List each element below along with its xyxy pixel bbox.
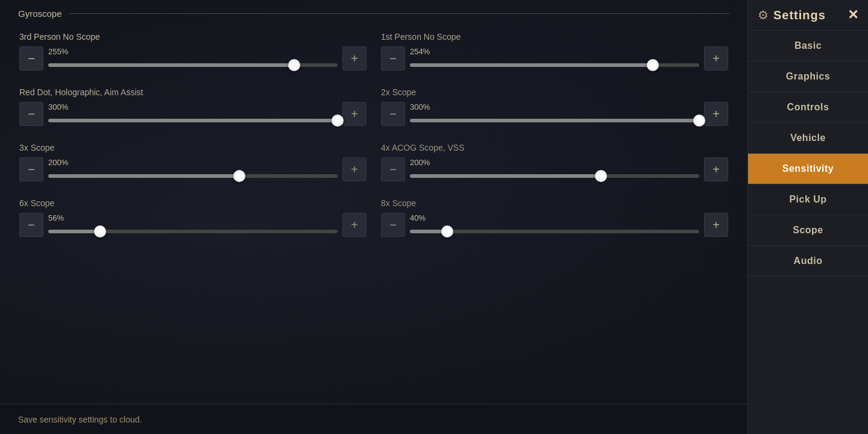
plus-btn-8x-scope[interactable]: + xyxy=(704,213,728,237)
slider-wrapper-3rd-person-no-scope: 255% xyxy=(48,47,338,71)
setting-2x-scope: 2x Scope−300%+ xyxy=(374,79,735,134)
label-2x-scope: 2x Scope xyxy=(381,87,728,97)
sidebar-item-vehicle[interactable]: Vehicle xyxy=(748,123,868,154)
slider-track-container-2x-scope[interactable] xyxy=(410,115,699,126)
slider-wrapper-red-dot: 300% xyxy=(48,102,338,126)
slider-control-6x-scope: −56%+ xyxy=(19,213,366,237)
minus-btn-2x-scope[interactable]: − xyxy=(381,102,405,126)
minus-btn-4x-acog[interactable]: − xyxy=(381,157,405,181)
slider-thumb-3x-scope[interactable] xyxy=(233,170,245,182)
slider-thumb-1st-person-no-scope[interactable] xyxy=(647,59,659,71)
slider-wrapper-6x-scope: 56% xyxy=(48,213,338,237)
setting-1st-person-no-scope: 1st Person No Scope−254%+ xyxy=(374,24,735,79)
slider-track-container-red-dot[interactable] xyxy=(48,115,338,126)
slider-track-container-8x-scope[interactable] xyxy=(410,226,699,237)
slider-track-8x-scope xyxy=(410,230,699,233)
plus-btn-4x-acog[interactable]: + xyxy=(704,157,728,181)
slider-track-container-1st-person-no-scope[interactable] xyxy=(410,60,699,71)
sidebar-item-basic[interactable]: Basic xyxy=(748,31,868,61)
slider-thumb-4x-acog[interactable] xyxy=(595,170,607,182)
sidebar-item-scope[interactable]: Scope xyxy=(748,215,868,246)
section-label: Gyroscope xyxy=(18,8,62,19)
slider-wrapper-3x-scope: 200% xyxy=(48,158,338,181)
slider-thumb-2x-scope[interactable] xyxy=(693,115,705,127)
slider-value-4x-acog: 200% xyxy=(410,158,699,167)
setting-red-dot: Red Dot, Holographic, Aim Assist−300%+ xyxy=(12,79,374,134)
slider-track-container-3x-scope[interactable] xyxy=(48,171,338,181)
slider-value-6x-scope: 56% xyxy=(48,213,338,222)
plus-btn-3x-scope[interactable]: + xyxy=(342,157,366,181)
slider-wrapper-4x-acog: 200% xyxy=(410,158,699,181)
plus-btn-1st-person-no-scope[interactable]: + xyxy=(704,46,728,71)
slider-thumb-8x-scope[interactable] xyxy=(441,225,453,237)
slider-track-1st-person-no-scope xyxy=(410,63,699,67)
slider-control-red-dot: −300%+ xyxy=(19,102,366,126)
slider-track-6x-scope xyxy=(48,230,338,233)
sidebar: ⚙ Settings ✕ BasicGraphicsControlsVehicl… xyxy=(747,0,868,434)
slider-wrapper-1st-person-no-scope: 254% xyxy=(410,47,699,71)
label-red-dot: Red Dot, Holographic, Aim Assist xyxy=(19,87,366,97)
label-4x-acog: 4x ACOG Scope, VSS xyxy=(381,143,728,153)
minus-btn-red-dot[interactable]: − xyxy=(19,102,43,126)
main-content: Gyroscope 3rd Person No Scope−255%+1st P… xyxy=(0,0,747,434)
close-icon[interactable]: ✕ xyxy=(848,7,858,23)
slider-wrapper-8x-scope: 40% xyxy=(410,213,699,237)
section-divider xyxy=(69,13,729,14)
slider-control-3rd-person-no-scope: −255%+ xyxy=(19,46,366,71)
settings-grid: 3rd Person No Scope−255%+1st Person No S… xyxy=(0,24,747,245)
setting-4x-acog: 4x ACOG Scope, VSS−200%+ xyxy=(374,134,735,190)
label-8x-scope: 8x Scope xyxy=(381,198,728,208)
slider-track-container-3rd-person-no-scope[interactable] xyxy=(48,60,338,71)
sidebar-title-area: ⚙ Settings xyxy=(758,8,826,22)
plus-btn-red-dot[interactable]: + xyxy=(342,102,366,126)
plus-btn-2x-scope[interactable]: + xyxy=(704,102,728,126)
slider-track-container-6x-scope[interactable] xyxy=(48,226,338,237)
sidebar-item-pickup[interactable]: Pick Up xyxy=(748,184,868,215)
sidebar-item-audio[interactable]: Audio xyxy=(748,246,868,277)
sidebar-item-graphics[interactable]: Graphics xyxy=(748,61,868,92)
setting-6x-scope: 6x Scope−56%+ xyxy=(12,190,374,245)
slider-control-1st-person-no-scope: −254%+ xyxy=(381,46,728,71)
slider-track-4x-acog xyxy=(410,174,699,178)
slider-thumb-6x-scope[interactable] xyxy=(94,225,106,237)
label-6x-scope: 6x Scope xyxy=(19,198,366,208)
slider-track-container-4x-acog[interactable] xyxy=(410,171,699,181)
sidebar-nav: BasicGraphicsControlsVehicleSensitivityP… xyxy=(748,31,868,434)
sidebar-header: ⚙ Settings ✕ xyxy=(748,0,868,31)
slider-control-3x-scope: −200%+ xyxy=(19,157,366,181)
slider-thumb-3rd-person-no-scope[interactable] xyxy=(288,59,300,71)
label-1st-person-no-scope: 1st Person No Scope xyxy=(381,32,728,42)
slider-value-3rd-person-no-scope: 255% xyxy=(48,47,338,56)
slider-thumb-red-dot[interactable] xyxy=(332,115,344,127)
slider-track-red-dot xyxy=(48,119,338,122)
minus-btn-1st-person-no-scope[interactable]: − xyxy=(381,46,405,71)
slider-wrapper-2x-scope: 300% xyxy=(410,102,699,126)
setting-3x-scope: 3x Scope−200%+ xyxy=(12,134,374,190)
minus-btn-6x-scope[interactable]: − xyxy=(19,213,43,237)
slider-value-3x-scope: 200% xyxy=(48,158,338,167)
slider-value-8x-scope: 40% xyxy=(410,213,699,222)
setting-8x-scope: 8x Scope−40%+ xyxy=(374,190,735,245)
slider-control-8x-scope: −40%+ xyxy=(381,213,728,237)
sidebar-item-controls[interactable]: Controls xyxy=(748,92,868,123)
slider-value-1st-person-no-scope: 254% xyxy=(410,47,699,56)
plus-btn-6x-scope[interactable]: + xyxy=(342,213,366,237)
slider-track-2x-scope xyxy=(410,119,699,122)
sidebar-title: Settings xyxy=(773,8,826,22)
slider-track-3x-scope xyxy=(48,174,338,178)
section-header: Gyroscope xyxy=(0,0,747,24)
slider-value-2x-scope: 300% xyxy=(410,102,699,112)
slider-value-red-dot: 300% xyxy=(48,102,338,112)
minus-btn-3rd-person-no-scope[interactable]: − xyxy=(19,46,43,71)
setting-3rd-person-no-scope: 3rd Person No Scope−255%+ xyxy=(12,24,374,79)
minus-btn-8x-scope[interactable]: − xyxy=(381,213,405,237)
sidebar-item-sensitivity[interactable]: Sensitivity xyxy=(748,154,868,184)
slider-track-3rd-person-no-scope xyxy=(48,63,338,67)
bottom-bar: Save sensitivity settings to cloud. xyxy=(0,404,747,434)
plus-btn-3rd-person-no-scope[interactable]: + xyxy=(342,46,366,71)
minus-btn-3x-scope[interactable]: − xyxy=(19,157,43,181)
gear-icon: ⚙ xyxy=(758,8,769,22)
slider-control-4x-acog: −200%+ xyxy=(381,157,728,181)
label-3rd-person-no-scope: 3rd Person No Scope xyxy=(19,32,366,42)
save-hint-text: Save sensitivity settings to cloud. xyxy=(18,415,142,424)
